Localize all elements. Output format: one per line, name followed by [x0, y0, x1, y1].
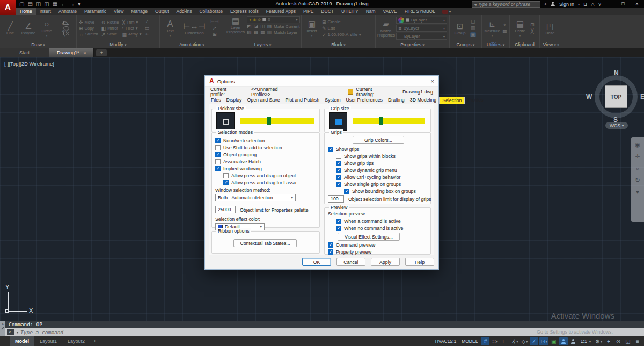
object-color-dropdown[interactable]: ByLayer▾	[396, 17, 447, 24]
checkbox-box[interactable]	[223, 173, 229, 178]
sign-in-dropdown-icon[interactable]: ▾	[578, 2, 580, 6]
customization-menu-button[interactable]: ≡	[633, 337, 642, 345]
match-layer-tool[interactable]: Match Layer	[274, 30, 297, 35]
checkbox-box[interactable]	[215, 166, 221, 171]
minimize-button[interactable]: —	[602, 0, 616, 8]
polar-tracking-toggle[interactable]: ∡▾	[510, 337, 519, 345]
panel-label-draw[interactable]: Draw ▾	[0, 41, 76, 48]
ortho-mode-toggle[interactable]: ∟	[500, 337, 509, 345]
match-properties-tool[interactable]: ▰ Match Properties	[378, 19, 394, 38]
cancel-button[interactable]: Cancel	[336, 258, 365, 266]
panel-overflow-icon[interactable]: »	[557, 43, 559, 47]
clean-screen-button[interactable]: ◱	[624, 337, 632, 345]
checkbox-show-single-grip-on-groups[interactable]: Show single grip on groups	[336, 181, 429, 188]
panel-label-layers[interactable]: Layers ▾	[224, 41, 301, 48]
compass-east[interactable]: E	[640, 93, 644, 100]
checkbox-property-preview[interactable]: Property preview	[328, 248, 375, 255]
autoscale-toggle[interactable]	[559, 337, 568, 345]
compass-north[interactable]: N	[614, 69, 619, 77]
snap-mode-toggle[interactable]: ∷▾	[491, 337, 499, 345]
linear-dim-icon[interactable]: ⊢⊣	[210, 19, 219, 24]
cut-clip-icon[interactable]: ╳	[531, 29, 533, 34]
checkbox-when-no-command-is-active[interactable]: When no command is active	[336, 225, 404, 232]
ungroup-icon[interactable]: ▢	[471, 19, 475, 24]
ribbon-tab-parametric[interactable]: Parametric	[80, 8, 110, 15]
isometric-drafting-toggle[interactable]: ◇▾	[520, 337, 529, 345]
panel-label-groups[interactable]: Groups ▾	[450, 41, 481, 48]
group-tool[interactable]: ⊡ Group	[452, 21, 468, 35]
file-tab-drawing1[interactable]: Drawing1* ×	[49, 48, 94, 57]
object-limit-input[interactable]: 25000	[215, 206, 236, 213]
draw-tool-polyline[interactable]: ∠Polyline	[20, 21, 36, 35]
sign-in-button[interactable]: Sign In	[559, 2, 574, 7]
hatch-tool-icon[interactable]	[63, 32, 69, 35]
help-search-input[interactable]: ◂ Type a keyword or phrase	[472, 1, 540, 8]
explode-icon[interactable]: ▭	[145, 26, 150, 31]
layer-tool-icon[interactable]: ◩	[247, 24, 252, 29]
checkbox-show-dynamic-grip-menu[interactable]: Show dynamic grip menu	[336, 167, 429, 174]
checkbox-box[interactable]	[336, 168, 341, 173]
isolate-objects-button[interactable]: ⊘	[614, 337, 623, 345]
layer-lock-icon[interactable]: ⊙	[258, 18, 261, 22]
table-icon[interactable]: ⊞	[213, 32, 217, 37]
block-attribute-tool[interactable]: 1.60.900.A-stile	[328, 32, 358, 37]
layer-tool-icon[interactable]: ◪	[254, 24, 259, 29]
checkbox-command-preview[interactable]: Command preview	[328, 241, 375, 248]
options-tab-selection[interactable]: Selection	[439, 97, 465, 104]
apply-button[interactable]: Apply	[371, 258, 400, 266]
grip-size-slider[interactable]	[353, 118, 425, 124]
search-prev-icon[interactable]: ◂	[474, 2, 476, 7]
group-selection-toggle-icon[interactable]: ▣	[470, 32, 476, 37]
paste-tool[interactable]: ▤ Paste ▾	[512, 19, 528, 37]
wcs-menu[interactable]: WCS ▾	[605, 122, 628, 129]
layer-properties-tool[interactable]: ▤ Layer Properties	[226, 16, 245, 34]
layout-tab-layout2[interactable]: Layout2	[62, 336, 90, 346]
options-tab-drafting[interactable]: Drafting	[385, 97, 407, 104]
application-menu-button[interactable]: A	[0, 0, 16, 15]
model-space-button[interactable]: MODEL	[459, 337, 480, 345]
command-customize-icon[interactable]	[1, 327, 4, 330]
modify-tool-scale[interactable]: ↗Scale	[101, 32, 119, 37]
options-tab-system[interactable]: System	[322, 97, 343, 104]
annotation-scale-button[interactable]: 1:1 ▾	[579, 337, 593, 345]
checkbox-box[interactable]	[215, 159, 221, 164]
edit-block-icon[interactable]: ✎	[322, 26, 326, 31]
command-close-icon[interactable]: ×	[2, 322, 4, 326]
panel-label-clipboard[interactable]: Clipboard	[510, 41, 539, 48]
visual-effect-settings-button[interactable]: Visual Effect Settings...	[338, 233, 400, 241]
ok-button[interactable]: OK	[302, 258, 331, 266]
checkbox-box[interactable]	[336, 182, 341, 187]
layer-tool-icon[interactable]: ▧	[267, 24, 272, 29]
checkbox-use-shift-to-add-to-selection[interactable]: Use Shift to add to selection	[215, 144, 317, 151]
command-input[interactable]: Type a command	[20, 329, 63, 335]
ribbon-tab-home[interactable]: Home	[16, 8, 36, 15]
view-cube[interactable]: N S W E TOP	[590, 71, 642, 122]
customization-button[interactable]: +	[604, 337, 613, 345]
ribbon-tab-add-ins[interactable]: Add-ins	[173, 8, 196, 15]
modify-tool-mirror[interactable]: ◧Mirror	[101, 26, 119, 31]
pan-icon[interactable]: ✛	[635, 153, 640, 160]
measure-tool[interactable]: ⊾ Measure ▾	[484, 19, 500, 37]
checkbox-show-bounding-box-on-groups[interactable]: Show bounding box on groups	[344, 188, 429, 194]
insert-block-tool[interactable]: ▣ Insert ▾	[304, 19, 320, 37]
checkbox-show-grip-tips[interactable]: Show grip tips	[336, 160, 429, 167]
layer-tool-icon[interactable]: ▥	[267, 30, 272, 35]
checkbox-associative-hatch[interactable]: Associative Hatch	[215, 158, 317, 165]
help-button[interactable]: Help	[405, 258, 434, 266]
modify-tool-array[interactable]: ▦Array▾	[122, 32, 141, 37]
layer-on-icon[interactable]: ●	[249, 18, 251, 21]
checkbox-box[interactable]	[344, 189, 349, 194]
checkbox-noun-verb-selection[interactable]: Noun/verb selection	[215, 137, 317, 144]
ribbon-tab-collaborate[interactable]: Collaborate	[195, 8, 226, 15]
checkbox-implied-windowing[interactable]: Implied windowing	[215, 165, 317, 172]
options-tab-3d-modeling[interactable]: 3D Modeling	[407, 97, 439, 104]
navbar-more-icon[interactable]: ▾	[636, 189, 639, 196]
checkbox-box[interactable]	[336, 175, 341, 180]
annotation-scale-people-icon[interactable]	[569, 337, 577, 345]
layer-color-swatch[interactable]	[262, 18, 266, 21]
checkbox-show-grips-within-blocks[interactable]: Show grips within blocks	[336, 153, 429, 160]
checkbox-allow-ctrl-cycling-behavior[interactable]: Allow Ctrl+cycling behavior	[336, 174, 429, 181]
exchange-icon[interactable]: △	[591, 2, 595, 7]
navigation-wheel-icon[interactable]: ◉	[635, 141, 640, 148]
options-tab-display[interactable]: Display	[224, 97, 245, 104]
